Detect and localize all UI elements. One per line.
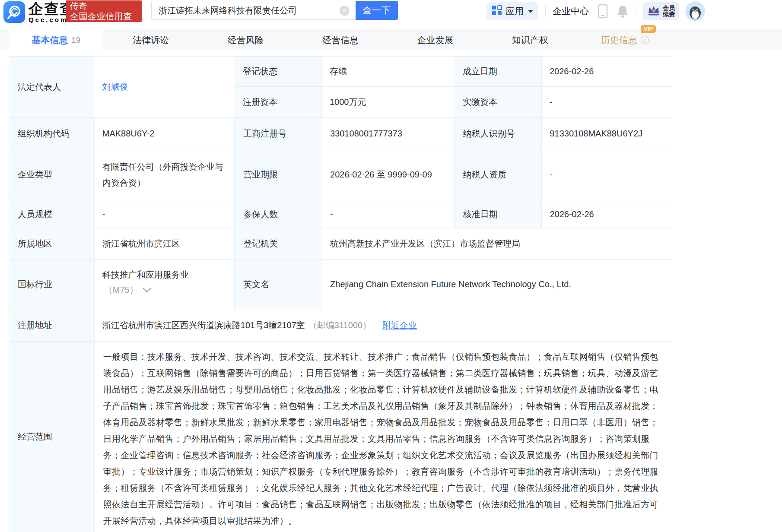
qcc-company-page: 企查查 Qcc.com 传奇 全国企业信用查询 ✕ 查一下 [0,0,782,532]
enterprise-center-link[interactable]: 企业中心 [553,5,589,17]
search-bar: ✕ 查一下 [151,1,398,20]
taxpayer-qual-label: 纳税人资质 [455,149,542,200]
basic-info-table: 法定代表人 刘虓俊 登记状态 存续 成立日期 2026-02-26 注册资本 1… [9,56,672,532]
region-label: 所属地区 [9,228,95,259]
reg-status-value: 存续 [322,57,454,86]
legal-rep-label: 法定代表人 [9,57,94,117]
user-avatar[interactable] [685,1,705,21]
taxpayer-qual-value: - [542,149,672,200]
table-row: 经营范围 一般项目：技术服务、技术开发、技术咨询、技术交流、技术转让、技术推广；… [9,342,672,532]
scope-label: 经营范围 [9,342,95,532]
legal-rep-link[interactable]: 刘虓俊 [102,81,128,93]
scope-value: 一般项目：技术服务、技术开发、技术咨询、技术交流、技术转让、技术推广；食品销售（… [95,342,672,532]
apps-menu-button[interactable]: 应用 [486,2,538,20]
industry-name: 科技推广和应用服务业 [102,269,227,281]
tab-basic-info[interactable]: 基本信息 19 [9,29,103,51]
taxpayer-id-value: 91330108MAK88U6Y2J [542,118,672,149]
region-value: 浙江省杭州市滨江区 [95,228,235,259]
est-date-label: 成立日期 [454,57,542,86]
legal-rep-cell: 刘虓俊 [94,57,234,117]
tab-operation-info[interactable]: 经营信息 [293,29,388,51]
en-name-value: Zhejiang Chain Extension Future Network … [322,260,672,309]
chevron-down-icon [528,10,533,13]
biz-reg-no-label: 工商注册号 [235,118,322,149]
address-value: 浙江省杭州市滨江区西兴街道滨康路101号3幢2107室 [102,320,305,331]
table-row: 企业类型 有限责任公司（外商投资企业与内资合资） 营业期限 2026-02-26… [9,149,672,200]
est-date-value: 2026-02-26 [542,57,672,86]
promo-line2: 全国企业信用查询 [70,11,137,22]
biz-reg-no-value: 330108001777373 [322,118,455,149]
authority-value: 杭州高新技术产业开发区（滨江）市场监督管理局 [322,228,672,259]
insured-label: 参保人数 [235,200,322,228]
industry-code: （M75） [104,284,138,296]
address-postcode: （邮编311000） [308,320,371,331]
vip-renew-button[interactable]: 会员 续费 [643,2,679,20]
reg-status-label: 登记状态 [234,57,322,86]
divider [545,6,546,17]
vip-label-2: 续费 [663,11,675,18]
approval-date-label: 核准日期 [455,200,542,228]
tab-company-development[interactable]: 企业发展 [388,29,483,51]
promo-badge: 传奇 全国企业信用查询 [66,0,142,22]
staff-size-value: - [95,200,235,228]
header-right-nav: 应用 企业中心 [486,2,705,21]
taxpayer-id-label: 纳税人识别号 [455,118,542,149]
top-bar: 企查查 Qcc.com 传奇 全国企业信用查询 ✕ 查一下 [0,0,782,24]
authority-label: 登记机关 [235,228,322,259]
apps-label: 应用 [505,5,524,17]
company-type-label: 企业类型 [9,149,95,200]
tab-history-info[interactable]: VIP 历史信息 i [578,29,672,51]
biz-term-label: 营业期限 [235,149,322,200]
info-icon: i [641,36,649,44]
vip-label-1: 会员 [663,5,675,11]
tab-basic-info-label: 基本信息 [32,34,68,46]
industry-label: 国标行业 [9,260,95,309]
staff-size-label: 人员规模 [9,200,95,228]
search-button[interactable]: 查一下 [356,1,398,20]
table-row: 所属地区 浙江省杭州市滨江区 登记机关 杭州高新技术产业开发区（滨江）市场监督管… [9,228,672,260]
crown-icon [647,5,660,18]
clear-search-icon[interactable]: ✕ [340,6,350,16]
expand-industry-chevron-icon[interactable] [143,288,151,293]
vip-badge: VIP [641,25,656,33]
paid-capital-value: - [542,87,672,117]
company-type-value: 有限责任公司（外商投资企业与内资合资） [95,149,235,200]
notifications-bell-icon[interactable] [617,4,629,18]
section-tabs: 基本信息 19 法律诉讼 经营风险 经营信息 企业发展 知识产权 VIP 历史信… [0,29,782,50]
table-row: 法定代表人 刘虓俊 登记状态 存续 成立日期 2026-02-26 注册资本 1… [9,57,672,118]
industry-value: 科技推广和应用服务业 （M75） [95,260,235,309]
qcc-logo-icon [3,1,25,23]
org-code-label: 组织机构代码 [9,118,95,149]
tab-basic-info-count: 19 [71,35,80,45]
table-row: 国标行业 科技推广和应用服务业 （M75） 英文名 Zhejiang Chain… [9,260,672,309]
insured-value: - [322,200,455,228]
tab-operation-risk[interactable]: 经营风险 [198,29,293,51]
paid-capital-label: 实缴资本 [454,87,542,117]
promo-line1: 传奇 [70,1,137,11]
table-row: 注册地址 浙江省杭州市滨江区西兴街道滨康路101号3幢2107室 （邮编3110… [9,309,672,342]
tab-legal-litigation[interactable]: 法律诉讼 [103,29,198,51]
biz-term-value: 2026-02-26 至 9999-09-09 [322,149,455,200]
en-name-label: 英文名 [235,260,322,309]
qcc-logo[interactable]: 企查查 Qcc.com [3,1,75,23]
divider [636,6,636,17]
apps-grid-icon [492,5,502,17]
reg-capital-value: 1000万元 [322,87,454,117]
mobile-app-icon[interactable] [598,4,608,19]
address-label: 注册地址 [9,309,95,341]
nearby-companies-link[interactable]: 附近企业 [382,320,417,331]
search-input[interactable] [151,1,356,20]
org-code-value: MAK88U6Y-2 [95,118,235,149]
address-cell: 浙江省杭州市滨江区西兴街道滨康路101号3幢2107室 （邮编311000） 附… [95,309,672,341]
table-row: 人员规模 - 参保人数 - 核准日期 2026-02-26 [9,200,672,228]
approval-date-value: 2026-02-26 [542,200,672,228]
tab-intellectual-property[interactable]: 知识产权 [483,29,577,51]
reg-capital-label: 注册资本 [234,87,322,117]
table-row: 组织机构代码 MAK88U6Y-2 工商注册号 330108001777373 … [9,118,672,149]
